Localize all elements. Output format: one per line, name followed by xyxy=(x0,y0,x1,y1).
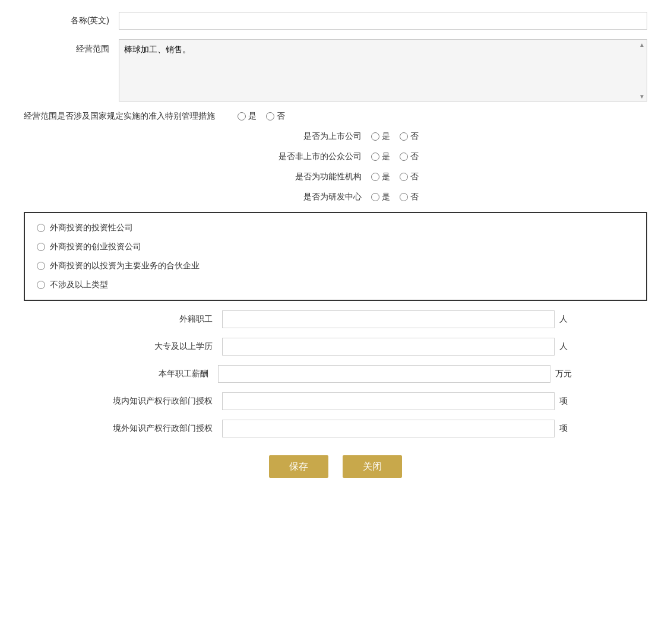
business-scope-label: 经营范围 xyxy=(24,39,119,55)
rd-yes-label[interactable]: 是 xyxy=(382,192,390,202)
investment-type-3-label[interactable]: 外商投资的以投资为主要业务的合伙企业 xyxy=(50,261,200,271)
special-management-no-label[interactable]: 否 xyxy=(277,111,285,122)
non-listed-public-row: 是否非上市的公众公司 是 否 xyxy=(24,151,647,162)
non-listed-yes-label[interactable]: 是 xyxy=(382,151,390,162)
foreign-ip-label: 境外知识产权行政部门授权 xyxy=(103,423,222,434)
investment-type-3[interactable]: 外商投资的以投资为主要业务的合伙企业 xyxy=(37,261,634,271)
functional-label: 是否为功能性机构 xyxy=(252,172,371,182)
functional-no-label[interactable]: 否 xyxy=(410,172,419,182)
name-en-label: 各称(英文) xyxy=(24,15,119,26)
domestic-ip-unit: 项 xyxy=(559,396,568,407)
college-degree-unit: 人 xyxy=(559,341,568,352)
special-management-yes-label[interactable]: 是 xyxy=(248,111,257,122)
listed-yes-label[interactable]: 是 xyxy=(382,131,390,142)
college-degree-row: 大专及以上学历 人 xyxy=(24,338,647,356)
special-management-no[interactable]: 否 xyxy=(266,111,285,122)
functional-radio-group: 是 否 xyxy=(371,172,419,182)
functional-yes-label[interactable]: 是 xyxy=(382,172,390,182)
business-scope-textarea[interactable]: 棒球加工、销售。 xyxy=(119,40,647,99)
save-button[interactable]: 保存 xyxy=(269,455,328,478)
foreign-ip-unit: 项 xyxy=(559,423,568,434)
non-listed-label: 是否非上市的公众公司 xyxy=(252,151,371,162)
foreign-worker-label: 外籍职工 xyxy=(103,314,222,325)
close-button[interactable]: 关闭 xyxy=(343,455,402,478)
listed-no[interactable]: 否 xyxy=(400,131,419,142)
listed-company-label: 是否为上市公司 xyxy=(252,131,371,142)
investment-type-box: 外商投资的投资性公司 外商投资的创业投资公司 外商投资的以投资为主要业务的合伙企… xyxy=(24,212,647,301)
non-listed-no[interactable]: 否 xyxy=(400,151,419,162)
investment-type-4[interactable]: 不涉及以上类型 xyxy=(37,280,634,290)
foreign-ip-row: 境外知识产权行政部门授权 项 xyxy=(24,420,647,437)
investment-type-2-label[interactable]: 外商投资的创业投资公司 xyxy=(50,242,141,252)
domestic-ip-input[interactable] xyxy=(222,392,555,410)
investment-type-1[interactable]: 外商投资的投资性公司 xyxy=(37,223,634,233)
salary-label: 本年职工薪酬 xyxy=(99,369,218,379)
foreign-worker-input[interactable] xyxy=(222,310,555,328)
domestic-ip-row: 境内知识产权行政部门授权 项 xyxy=(24,392,647,410)
scroll-down-icon[interactable]: ▼ xyxy=(638,93,645,100)
foreign-ip-input[interactable] xyxy=(222,420,555,437)
buttons-row: 保存 关闭 xyxy=(24,455,647,478)
listed-company-radio-group: 是 否 xyxy=(371,131,419,142)
special-management-label: 经营范围是否涉及国家规定实施的准入特别管理措施 xyxy=(24,111,238,122)
functional-no[interactable]: 否 xyxy=(400,172,419,182)
college-degree-label: 大专及以上学历 xyxy=(103,341,222,352)
rd-no[interactable]: 否 xyxy=(400,192,419,202)
salary-row: 本年职工薪酬 万元 xyxy=(24,365,647,383)
special-management-radio-group: 是 否 xyxy=(238,111,285,122)
listed-yes[interactable]: 是 xyxy=(371,131,390,142)
scroll-up-icon[interactable]: ▲ xyxy=(638,41,645,48)
foreign-worker-row: 外籍职工 人 xyxy=(24,310,647,328)
rd-yes[interactable]: 是 xyxy=(371,192,390,202)
salary-input[interactable] xyxy=(218,365,550,383)
name-en-row: 各称(英文) xyxy=(24,12,647,30)
rd-center-row: 是否为研发中心 是 否 xyxy=(24,192,647,202)
rd-center-label: 是否为研发中心 xyxy=(252,192,371,202)
special-management-row: 经营范围是否涉及国家规定实施的准入特别管理措施 是 否 xyxy=(24,111,647,122)
non-listed-no-label[interactable]: 否 xyxy=(410,151,419,162)
listed-no-label[interactable]: 否 xyxy=(410,131,419,142)
rd-no-label[interactable]: 否 xyxy=(410,192,419,202)
college-degree-input[interactable] xyxy=(222,338,555,356)
rd-radio-group: 是 否 xyxy=(371,192,419,202)
business-scope-wrapper: 棒球加工、销售。 ▲ ▼ xyxy=(119,39,647,101)
listed-company-row: 是否为上市公司 是 否 xyxy=(24,131,647,142)
foreign-worker-unit: 人 xyxy=(559,314,568,325)
business-scope-row: 经营范围 棒球加工、销售。 ▲ ▼ xyxy=(24,39,647,101)
scrollbar: ▲ ▼ xyxy=(637,40,647,101)
investment-type-1-label[interactable]: 外商投资的投资性公司 xyxy=(50,223,133,233)
investment-type-2[interactable]: 外商投资的创业投资公司 xyxy=(37,242,634,252)
functional-institution-row: 是否为功能性机构 是 否 xyxy=(24,172,647,182)
functional-yes[interactable]: 是 xyxy=(371,172,390,182)
salary-unit: 万元 xyxy=(555,369,572,379)
domestic-ip-label: 境内知识产权行政部门授权 xyxy=(103,396,222,407)
non-listed-radio-group: 是 否 xyxy=(371,151,419,162)
special-management-yes[interactable]: 是 xyxy=(238,111,257,122)
form-section: 各称(英文) 经营范围 棒球加工、销售。 ▲ ▼ 经营范围是否涉及国家规定实施的… xyxy=(24,12,647,478)
name-en-input[interactable] xyxy=(119,12,647,30)
non-listed-yes[interactable]: 是 xyxy=(371,151,390,162)
investment-type-4-label[interactable]: 不涉及以上类型 xyxy=(50,280,108,290)
